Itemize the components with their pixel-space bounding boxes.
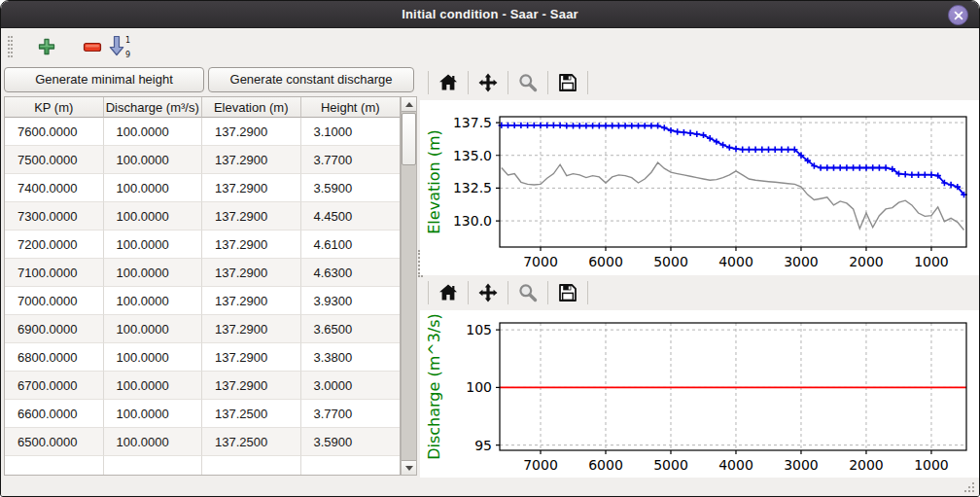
table-body: 7600.0000100.0000137.29003.10007500.0000… (5, 118, 400, 476)
table-cell[interactable]: 100.0000 (104, 287, 203, 315)
table-cell[interactable]: 137.2900 (202, 259, 301, 287)
table-cell[interactable]: 4.6300 (301, 259, 401, 287)
scroll-up-button[interactable] (402, 97, 416, 112)
table-cell[interactable]: 3.0000 (301, 372, 401, 400)
table-cell[interactable]: 137.2900 (202, 118, 301, 146)
table-cell[interactable]: 137.2900 (202, 146, 301, 174)
separator (468, 71, 469, 94)
generate-constant-discharge-button[interactable]: Generate constant discharge (208, 67, 414, 92)
add-row-button[interactable] (33, 33, 60, 60)
table-cell[interactable]: 137.2500 (202, 400, 301, 428)
minus-icon (83, 37, 102, 56)
table-cell[interactable]: 100.0000 (104, 315, 203, 343)
table-cell[interactable]: 4.4500 (301, 202, 401, 231)
table-cell[interactable]: 6900.0000 (5, 315, 104, 343)
table-cell[interactable]: 3.5900 (301, 428, 401, 456)
table-cell[interactable]: 4.6100 (301, 231, 401, 259)
table-row[interactable]: 7400.0000100.0000137.29003.5900 (5, 174, 400, 202)
separator (587, 71, 588, 94)
table-cell[interactable]: 7100.0000 (5, 259, 104, 287)
table-row[interactable]: 7500.0000100.0000137.29003.7700 (5, 146, 400, 174)
discharge-plot-toolbar (421, 275, 978, 310)
elevation-chart[interactable]: 7000600050004000300020001000137.5135.013… (420, 100, 979, 275)
initial-condition-window: Initial condition - Saar - Saar 1 (0, 0, 980, 497)
table-cell[interactable]: 6800.0000 (5, 343, 104, 372)
titlebar[interactable]: Initial condition - Saar - Saar (1, 1, 979, 28)
table-cell[interactable]: 7200.0000 (5, 231, 104, 259)
table-row[interactable]: 6500.0000100.0000137.25003.5900 (5, 428, 400, 456)
resize-grip-icon[interactable] (963, 481, 974, 492)
table-cell[interactable]: 6500.0000 (5, 428, 104, 456)
svg-text:105: 105 (466, 322, 492, 337)
table-cell[interactable]: 100.0000 (104, 372, 203, 400)
table-row[interactable]: 7100.0000100.0000137.29004.6300 (5, 259, 400, 287)
sort-rows-button[interactable]: 1 9 (103, 33, 136, 60)
table-cell[interactable]: 100.0000 (104, 146, 203, 174)
table-cell[interactable]: 6600.0000 (5, 400, 104, 428)
pan-button[interactable] (475, 280, 501, 305)
table-scrollbar[interactable] (401, 96, 417, 476)
discharge-plot-figure[interactable]: 700060005000400030002000100010510095Disc… (420, 310, 979, 478)
table-cell[interactable]: 100.0000 (104, 259, 203, 287)
table-cell[interactable]: 100.0000 (104, 428, 203, 456)
table-cell[interactable]: 137.2900 (202, 315, 301, 343)
table-cell[interactable]: 100.0000 (104, 174, 203, 202)
table-cell[interactable]: 7000.0000 (5, 287, 104, 315)
table-cell[interactable]: 137.2900 (202, 202, 301, 231)
toolbar-drag-handle[interactable] (8, 36, 13, 57)
table-row[interactable]: 7300.0000100.0000137.29004.4500 (5, 202, 400, 231)
home-button[interactable] (436, 70, 461, 95)
table-cell[interactable]: 3.7700 (301, 146, 401, 174)
table-row[interactable]: 7000.0000100.0000137.29003.9300 (5, 287, 400, 315)
elevation-plot-figure[interactable]: 7000600050004000300020001000137.5135.013… (420, 100, 979, 275)
remove-row-button[interactable] (79, 33, 106, 60)
table-row[interactable]: 7600.0000100.0000137.29003.1000 (5, 118, 400, 146)
table-cell[interactable]: 137.2900 (202, 287, 301, 315)
generate-minimal-height-button[interactable]: Generate minimal height (4, 67, 204, 92)
pan-button[interactable] (475, 70, 501, 95)
scrollbar-thumb[interactable] (402, 113, 416, 165)
table-cell[interactable]: 137.2900 (202, 174, 301, 202)
table-cell[interactable]: 3.5900 (301, 174, 401, 202)
table-cell[interactable]: 3.3800 (301, 343, 401, 372)
table-cell[interactable]: 7400.0000 (5, 174, 104, 202)
scroll-down-button[interactable] (402, 460, 416, 475)
table-cell[interactable]: 7300.0000 (5, 202, 104, 231)
table-cell[interactable]: 100.0000 (104, 118, 203, 146)
table-cell[interactable]: 100.0000 (104, 343, 203, 372)
statusbar (1, 478, 979, 496)
table-cell[interactable]: 100.0000 (104, 231, 203, 259)
save-button[interactable] (555, 70, 580, 95)
zoom-button[interactable] (515, 70, 541, 95)
table-cell[interactable]: 6700.0000 (5, 372, 104, 400)
table-cell[interactable]: 137.2900 (202, 231, 301, 259)
table-cell[interactable]: 100.0000 (104, 400, 203, 428)
table-cell[interactable]: 3.1000 (301, 118, 401, 146)
table-cell[interactable]: 137.2500 (202, 428, 301, 456)
column-header[interactable]: Height (m) (301, 97, 401, 118)
table-row[interactable]: 6600.0000100.0000137.25003.7700 (5, 400, 400, 428)
svg-text:7000: 7000 (523, 457, 558, 473)
column-header[interactable]: KP (m) (5, 97, 104, 118)
table-cell[interactable]: 7500.0000 (5, 146, 104, 174)
table-cell[interactable]: 3.7700 (301, 400, 401, 428)
table-cell[interactable]: 7600.0000 (5, 118, 104, 146)
table-row[interactable]: 6700.0000100.0000137.29003.0000 (5, 372, 400, 400)
table-row[interactable]: 7200.0000100.0000137.29004.6100 (5, 231, 400, 259)
table-row[interactable]: 6900.0000100.0000137.29003.6500 (5, 315, 400, 343)
home-button[interactable] (436, 280, 461, 305)
column-header[interactable]: Elevation (m) (202, 97, 301, 118)
table-cell[interactable]: 137.2900 (202, 372, 301, 400)
zoom-icon (517, 282, 539, 303)
save-button[interactable] (555, 280, 580, 305)
zoom-button[interactable] (515, 280, 541, 305)
discharge-chart[interactable]: 700060005000400030002000100010510095Disc… (420, 310, 979, 478)
table-cell[interactable]: 3.9300 (301, 287, 401, 315)
table-row[interactable]: 6800.0000100.0000137.29003.3800 (5, 343, 400, 372)
table-cell[interactable]: 100.0000 (104, 202, 203, 231)
table-cell[interactable]: 137.2900 (202, 343, 301, 372)
close-button[interactable] (948, 5, 968, 25)
table-cell[interactable]: 3.6500 (301, 315, 401, 343)
column-header[interactable]: Discharge (m³/s) (104, 97, 203, 118)
table-row-partial (5, 456, 400, 476)
